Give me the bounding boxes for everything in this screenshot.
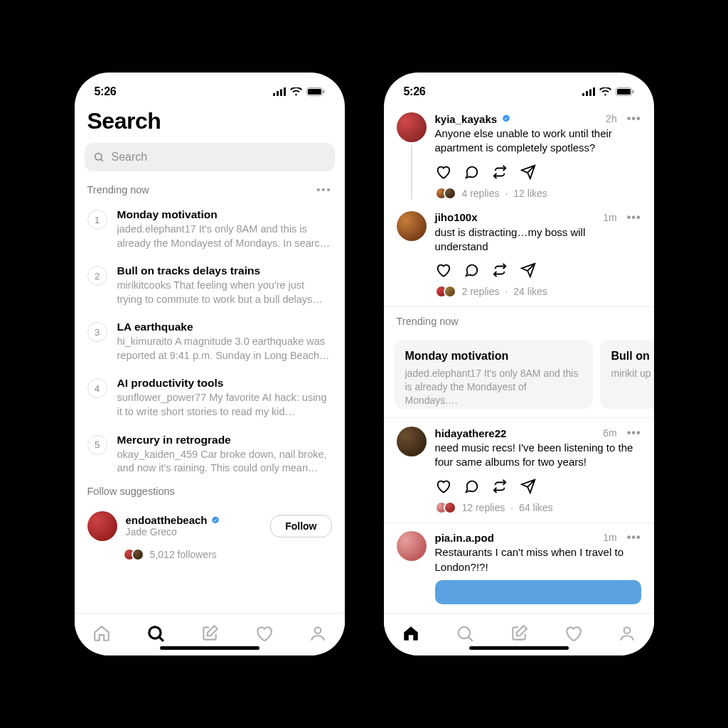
thread-line [411,145,412,200]
trend-item[interactable]: 4 AI productivity tools sunflower_power7… [75,370,345,426]
svg-point-9 [149,626,160,638]
home-indicator[interactable] [160,646,259,650]
tab-compose[interactable] [510,624,528,646]
share-icon[interactable] [520,262,536,278]
svg-rect-15 [593,87,595,96]
post[interactable]: kyia_kayaks 2h ••• Anyone else unable to… [384,104,654,208]
trend-card[interactable]: Monday motivation jaded.elephant17 It's … [394,340,593,409]
svg-rect-17 [617,89,631,95]
status-icons [273,87,325,96]
repost-icon[interactable] [492,478,508,494]
svg-rect-2 [280,90,282,97]
status-bar: 5:26 [384,73,654,104]
cellular-icon [273,87,286,96]
tab-home[interactable] [92,624,111,646]
phone-search: 5:26 Search Search Trending now ••• 1 Mo… [75,73,345,655]
trend-cards[interactable]: Monday motivation jaded.elephant17 It's … [384,333,654,417]
share-icon[interactable] [520,164,536,180]
follow-suggestion: endoatthebeach Jade Greco Follow 5,012 f… [75,503,345,565]
comment-icon[interactable] [464,478,479,494]
svg-rect-18 [632,90,633,94]
more-icon[interactable]: ••• [627,427,641,439]
battery-icon [616,87,634,96]
home-indicator[interactable] [469,646,569,650]
status-bar: 5:26 [75,73,345,104]
wifi-icon [290,87,302,96]
tab-search[interactable] [456,624,474,646]
post[interactable]: pia.in.a.pod 1m ••• Restaurants I can't … [384,523,654,613]
trend-item[interactable]: 3 LA earthquake hi_kimuraito A magnitude… [75,314,345,370]
reply-avatars [435,187,456,200]
repost-icon[interactable] [492,164,508,180]
status-time: 5:26 [404,85,426,98]
repost-icon[interactable] [492,262,508,278]
more-icon[interactable]: ••• [627,531,641,544]
tab-search[interactable] [146,624,165,646]
avatar[interactable] [397,211,427,241]
avatar[interactable] [397,112,427,142]
avatar[interactable] [397,531,427,561]
search-icon [93,151,105,163]
svg-point-11 [314,627,321,633]
reply-avatars [435,501,456,514]
svg-point-19 [458,626,469,638]
svg-point-21 [623,627,630,633]
tab-profile[interactable] [309,624,327,646]
svg-rect-1 [277,91,279,96]
wifi-icon [599,87,611,96]
trending-header: Trending now ••• [75,181,345,201]
tab-compose[interactable] [200,624,219,646]
svg-rect-5 [308,89,321,95]
verified-icon [210,515,220,525]
trending-header: Trending now [384,307,654,333]
tab-activity[interactable] [564,624,582,646]
trend-item[interactable]: 5 Mercury in retrograde okay_kaiden_459 … [75,427,345,483]
status-time: 5:26 [95,85,117,98]
trend-item[interactable]: 2 Bull on tracks delays trains mirikitco… [75,257,345,314]
svg-rect-0 [273,93,275,96]
svg-rect-14 [589,90,592,97]
status-icons [582,87,634,96]
trend-item[interactable]: 1 Monday motivation jaded.elephant17 It'… [75,201,345,257]
tab-profile[interactable] [618,624,636,646]
verified-icon [501,114,511,124]
tab-home[interactable] [402,624,420,646]
phone-feed: 5:26 kyia_kayaks 2h ••• Anyone else unab… [384,73,654,655]
trend-card[interactable]: Bull on mirikit up unb [600,340,654,409]
svg-rect-12 [582,93,584,96]
tab-activity[interactable] [255,624,273,646]
like-icon[interactable] [435,478,451,494]
svg-point-7 [95,154,101,160]
svg-rect-3 [284,87,286,96]
battery-icon [306,87,325,96]
page-title: Search [75,104,345,143]
share-icon[interactable] [520,478,536,494]
search-placeholder: Search [112,151,148,164]
cellular-icon [582,87,595,96]
avatar[interactable] [87,511,117,541]
more-icon[interactable]: ••• [316,184,331,196]
avatar[interactable] [397,427,427,456]
trend-list: 1 Monday motivation jaded.elephant17 It'… [75,201,345,483]
post[interactable]: hidayathere22 6m ••• need music recs! I'… [384,418,654,523]
follower-avatars [123,548,144,561]
like-icon[interactable] [435,164,451,180]
post-image[interactable] [435,580,641,604]
svg-rect-13 [586,91,588,96]
post-reply[interactable]: jiho100x 1m ••• dust is distracting…my b… [384,208,654,307]
follow-button[interactable]: Follow [270,515,331,537]
search-input[interactable]: Search [85,143,335,171]
svg-rect-6 [323,90,324,94]
comment-icon[interactable] [464,262,479,278]
more-icon[interactable]: ••• [627,112,641,125]
more-icon[interactable]: ••• [627,211,641,224]
svg-line-8 [100,159,102,161]
comment-icon[interactable] [464,164,479,180]
svg-line-20 [468,636,472,641]
like-icon[interactable] [435,262,451,278]
reply-avatars [435,285,456,298]
follow-header: Follow suggestions [75,483,345,503]
svg-line-10 [159,636,163,641]
